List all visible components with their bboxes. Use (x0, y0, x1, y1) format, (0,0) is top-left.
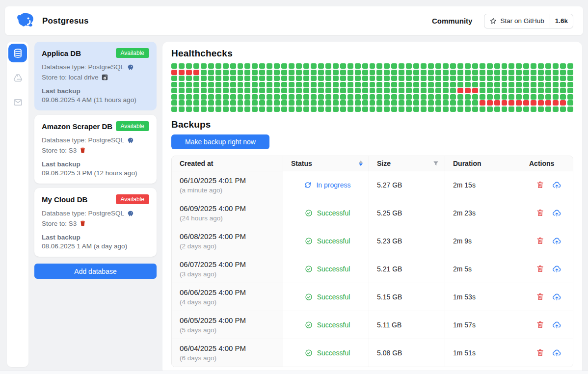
restore-backup-button[interactable] (552, 320, 561, 329)
healthcheck-cell (531, 76, 536, 81)
created-at-relative: (a minute ago) (180, 186, 278, 195)
restore-backup-button[interactable] (552, 264, 561, 273)
healthcheck-cell (259, 88, 265, 93)
healthcheck-cell (171, 76, 177, 81)
healthcheck-cell (274, 76, 280, 81)
healthcheck-cell (384, 107, 390, 112)
database-card[interactable]: My Cloud DB Available Database type: Pos… (34, 188, 157, 257)
created-at-relative: (3 days ago) (180, 269, 278, 279)
healthcheck-cell (560, 63, 566, 69)
make-backup-button[interactable]: Make backup right now (171, 134, 269, 149)
database-card[interactable]: Applica DB Available Database type: Post… (34, 42, 157, 110)
community-link[interactable]: Community (432, 17, 473, 25)
nav-notifications-button[interactable] (8, 93, 27, 111)
restore-backup-button[interactable] (552, 180, 561, 189)
size-cell: 5.15 GB (369, 283, 445, 311)
restore-backup-button[interactable] (552, 348, 561, 357)
delete-backup-button[interactable] (536, 293, 544, 301)
database-card[interactable]: Amazon Scraper DB Available Database typ… (34, 115, 157, 184)
github-star-widget[interactable]: Star on GitHub 1.6k (484, 14, 573, 28)
healthcheck-cell (443, 100, 449, 106)
column-header-created-at: Created at (172, 156, 283, 171)
healthcheck-cell (193, 100, 199, 106)
backup-table-row: 06/08/2025 4:00 PM (2 days ago) Successf… (172, 227, 573, 255)
horizontal-scrollbar-track[interactable] (0, 371, 588, 374)
healthcheck-cell (413, 107, 419, 112)
duration-cell: 2m 9s (445, 227, 521, 255)
healthcheck-cell (376, 94, 382, 100)
delete-backup-button[interactable] (536, 209, 544, 217)
app-title: Postgresus (42, 16, 89, 26)
healthcheck-cell (281, 70, 287, 75)
healthcheck-cell (428, 107, 434, 112)
healthcheck-cell (399, 107, 404, 112)
healthcheck-cell (252, 94, 258, 100)
restore-backup-button[interactable] (552, 208, 561, 217)
healthcheck-cell (428, 82, 434, 87)
healthcheck-cell (179, 107, 185, 112)
healthcheck-cell (487, 76, 493, 81)
healthcheck-cell (208, 88, 214, 93)
size-cell: 5.08 GB (369, 339, 445, 367)
healthcheck-cell (472, 107, 478, 112)
healthcheck-cell (179, 76, 185, 81)
healthcheck-cell (443, 107, 449, 112)
content: Applica DB Available Database type: Post… (0, 35, 588, 374)
sort-carets-icon[interactable] (359, 160, 363, 166)
icon-rail (7, 42, 28, 367)
mail-icon (13, 97, 23, 107)
healthcheck-cell (502, 94, 508, 100)
size-cell: 5.11 GB (369, 311, 445, 339)
database-type-line: Database type: PostgreSQL (42, 135, 149, 145)
healthcheck-cell (238, 82, 243, 87)
healthcheck-cell (545, 107, 551, 112)
restore-backup-button[interactable] (552, 236, 561, 245)
trash-icon (536, 237, 544, 245)
database-status-badge: Available (116, 48, 149, 58)
nav-storage-button[interactable] (8, 68, 27, 87)
healthcheck-cell (171, 94, 177, 100)
healthcheck-cell (223, 82, 229, 87)
healthcheck-cell (208, 100, 214, 106)
healthcheck-cell (362, 82, 368, 87)
actions-cell (521, 199, 573, 227)
healthcheck-cell (362, 100, 368, 106)
healthcheck-cell (450, 88, 456, 93)
created-at-cell: 06/04/2025 4:00 PM (6 days ago) (172, 339, 283, 367)
healthcheck-cell (472, 63, 478, 69)
restore-backup-button[interactable] (552, 292, 561, 301)
healthcheck-cell (230, 70, 236, 75)
check-circle-icon (305, 265, 313, 273)
check-circle-icon (305, 349, 313, 357)
healthcheck-cell (391, 88, 397, 93)
nav-databases-button[interactable] (8, 44, 27, 62)
healthcheck-cell (523, 63, 529, 69)
delete-backup-button[interactable] (536, 348, 544, 357)
cloud-restore-icon (552, 236, 561, 245)
created-at-cell: 06/08/2025 4:00 PM (2 days ago) (172, 227, 283, 255)
delete-backup-button[interactable] (536, 265, 544, 273)
healthcheck-cell (289, 88, 294, 93)
healthcheck-cell (428, 100, 434, 106)
delete-backup-button[interactable] (536, 237, 544, 245)
healthcheck-cell (494, 70, 500, 75)
healthcheck-cell (318, 82, 324, 87)
healthcheck-cell (347, 70, 353, 75)
healthcheck-cell (325, 70, 331, 75)
add-database-button[interactable]: Add database (34, 264, 157, 279)
healthcheck-cell (362, 63, 368, 69)
healthcheck-cell (508, 94, 514, 100)
delete-backup-button[interactable] (536, 181, 544, 189)
delete-backup-button[interactable] (536, 321, 544, 329)
healthcheck-cell (457, 76, 463, 81)
github-star-count[interactable]: 1.6k (550, 14, 573, 28)
filter-funnel-icon[interactable] (433, 160, 439, 166)
healthcheck-cell (244, 82, 250, 87)
healthcheck-cell (406, 88, 412, 93)
github-star-button[interactable]: Star on GitHub (484, 14, 549, 28)
storage-drive-icon (13, 73, 23, 83)
healthcheck-cell (370, 82, 375, 87)
size-cell: 5.25 GB (369, 199, 445, 227)
healthcheck-cell (201, 76, 207, 81)
duration-cell: 1m 51s (445, 339, 521, 367)
